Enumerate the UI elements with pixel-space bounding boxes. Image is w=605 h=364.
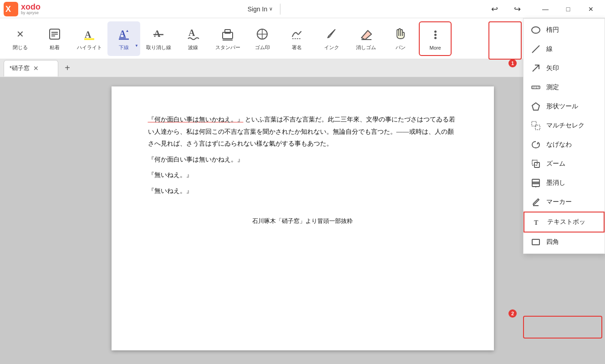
pan-svg (394, 28, 407, 40)
svg-marker-10 (126, 30, 128, 32)
pdf-text-2: 『何か面白い事は無いかねえ。』 (148, 156, 244, 163)
textbox-icon: T (532, 217, 542, 227)
svg-point-24 (532, 27, 540, 33)
tool-underline[interactable]: A 下線 ▼ (107, 21, 140, 56)
sticky-svg (48, 28, 61, 40)
badge-1: 1 (508, 59, 517, 67)
pdf-text-3: 『無いねえ。』 (148, 172, 193, 178)
lasso-icon (531, 140, 541, 150)
tool-more-label: More (429, 45, 441, 51)
pentagon-icon (531, 101, 541, 111)
menu-lasso-label: なげなわ (546, 141, 572, 149)
tool-squiggle[interactable]: A 波線 (177, 21, 209, 56)
chevron-down-icon: ∨ (269, 6, 273, 12)
menu-item-redact[interactable]: 墨消し (524, 173, 605, 192)
svg-line-26 (533, 65, 539, 71)
ink-icon (325, 26, 338, 42)
svg-marker-32 (532, 103, 539, 110)
rubber-svg (256, 28, 269, 40)
svg-rect-42 (532, 239, 539, 245)
menu-item-multiselect[interactable]: マルチセレク (524, 116, 605, 135)
eraser-svg (360, 28, 372, 40)
menu-arrow-label: 矢印 (546, 64, 559, 72)
title-bar: X xodo by apryse Sign In ∨ ↩ ↪ — □ ✕ (0, 0, 605, 18)
close-button[interactable]: ✕ (580, 2, 601, 16)
redact-icon (531, 178, 541, 188)
logo-text: xodo by apryse (21, 3, 41, 15)
tool-more[interactable]: More (419, 21, 452, 56)
tool-signature[interactable]: 署名 (280, 21, 313, 56)
maximize-button[interactable]: □ (558, 2, 579, 16)
stamp-icon (221, 26, 234, 42)
menu-item-rectangle[interactable]: 四角 (524, 233, 605, 252)
tool-strikethrough-label: 取り消し線 (146, 44, 171, 51)
svg-text:X: X (5, 5, 11, 14)
ruler-icon (531, 82, 541, 92)
close-icon: ✕ (16, 26, 24, 42)
minimize-button[interactable]: — (535, 2, 556, 16)
tab-add-icon: + (65, 63, 70, 73)
pdf-page: 『何か面白い事は無いかねえ。』 といふ言葉は不吉な言葉だ。此二三年來、文學の事に… (112, 86, 494, 350)
tool-eraser[interactable]: 消しゴム (350, 21, 382, 56)
tool-ink-label: インク (324, 44, 339, 51)
menu-measure-label: 測定 (546, 83, 559, 91)
svg-rect-38 (532, 182, 539, 184)
tool-close[interactable]: ✕ 閉じる (4, 21, 36, 56)
tool-strikethrough[interactable]: A 取り消し線 (142, 21, 175, 56)
app-logo: X xodo by apryse (4, 2, 41, 16)
sign-in-label: Sign In (248, 5, 268, 13)
menu-item-measure[interactable]: 測定 (524, 78, 605, 97)
underline-icon: A (117, 26, 130, 42)
pdf-paragraph-2: 『何か面白い事は無いかねえ。』 (148, 154, 458, 166)
tool-stamp[interactable]: スタンパー (211, 21, 244, 56)
svg-text:A: A (154, 29, 161, 39)
tool-ink[interactable]: インク (315, 21, 348, 56)
squiggle-svg: A (187, 28, 199, 40)
squiggle-icon: A (187, 26, 199, 42)
tab-doc1-label: *硝子窓 (10, 64, 30, 72)
tool-pan[interactable]: パン (384, 21, 417, 56)
redo-button[interactable]: ↪ (507, 2, 528, 16)
tab-add-button[interactable]: + (60, 61, 75, 76)
ellipse-icon (531, 25, 541, 35)
strikethrough-svg: A (152, 28, 165, 40)
tool-rubber[interactable]: ゴム印 (246, 21, 279, 56)
sign-in-button[interactable]: Sign In ∨ (244, 4, 277, 15)
stamp-svg (221, 28, 234, 40)
menu-item-marker[interactable]: マーカー (524, 192, 605, 212)
menu-zoom-label: ズーム (546, 160, 565, 168)
multiselect-icon (531, 121, 541, 131)
tab-doc1[interactable]: *硝子窓 ✕ (4, 60, 58, 76)
menu-redact-label: 墨消し (546, 179, 565, 187)
underlined-text: 『何か面白い事は無いかねえ。』 (148, 116, 244, 123)
tool-underline-label: 下線 (119, 44, 129, 51)
tool-pan-label: パン (396, 44, 406, 51)
tool-eraser-label: 消しゴム (356, 44, 376, 51)
menu-item-shape[interactable]: 形状ツール (524, 97, 605, 116)
tool-close-label: 閉じる (13, 44, 28, 51)
menu-textbox-label: テキストボッ (547, 218, 585, 226)
highlight-svg: A (83, 28, 96, 40)
tool-rubber-label: ゴム印 (255, 44, 270, 51)
strikethrough-icon: A (152, 26, 165, 42)
tool-highlight[interactable]: A ハイライト (73, 21, 106, 56)
menu-item-lasso[interactable]: なげなわ (524, 135, 605, 154)
svg-line-25 (532, 46, 539, 53)
tab-close-button[interactable]: ✕ (33, 65, 39, 72)
svg-text:T: T (534, 219, 539, 226)
menu-item-arrow[interactable]: 矢印 (524, 59, 605, 78)
line-icon (531, 44, 541, 54)
menu-item-textbox[interactable]: T テキストボッ (524, 212, 605, 233)
badge-2: 2 (508, 309, 517, 318)
divider (280, 4, 280, 15)
menu-item-ellipse[interactable]: 楕円 (524, 20, 605, 40)
menu-ellipse-label: 楕円 (546, 26, 559, 34)
dropdown-menu: 楕円 線 矢印 (523, 18, 605, 254)
tool-sticky[interactable]: 粘着 (38, 21, 71, 56)
menu-item-line[interactable]: 線 (524, 40, 605, 59)
undo-button[interactable]: ↩ (484, 2, 505, 16)
title-bar-center: Sign In ∨ (244, 4, 281, 15)
menu-marker-label: マーカー (546, 198, 572, 206)
pdf-paragraph-4: 『無いねえ。』 (148, 185, 458, 197)
menu-item-zoom[interactable]: ズーム (524, 154, 605, 173)
